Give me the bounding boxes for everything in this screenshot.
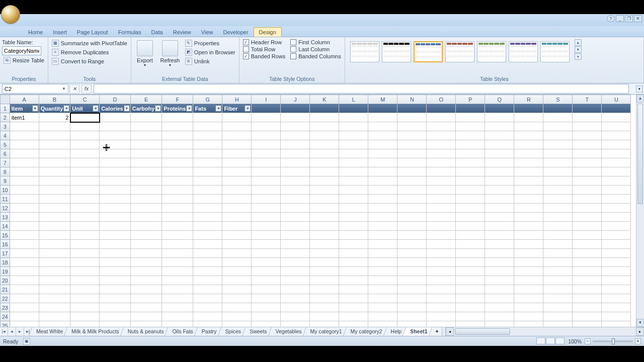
cell-T24[interactable] <box>573 312 602 321</box>
cell-M22[interactable] <box>368 294 397 303</box>
cell-S2[interactable] <box>543 113 573 122</box>
worksheet-grid[interactable]: ABCDEFGHIJKLMNOPQRSTU1Item▼Quantity▼Unit… <box>0 95 644 327</box>
cell-K5[interactable] <box>310 140 339 149</box>
cell-F24[interactable] <box>162 312 193 321</box>
cell-S22[interactable] <box>543 294 573 303</box>
cell-C10[interactable] <box>70 186 100 195</box>
cell-J9[interactable] <box>281 176 310 186</box>
table-style-0[interactable] <box>350 41 379 62</box>
cell-N14[interactable] <box>397 222 427 231</box>
cell-J15[interactable] <box>281 231 310 240</box>
cell-R14[interactable] <box>514 222 543 231</box>
cell-T13[interactable] <box>573 213 602 222</box>
cell-N19[interactable] <box>397 267 427 276</box>
cell-T25[interactable] <box>573 321 602 327</box>
cell-I25[interactable] <box>252 321 281 327</box>
cell-F20[interactable] <box>162 276 193 285</box>
cell-G16[interactable] <box>193 240 222 249</box>
cell-R8[interactable] <box>514 167 543 176</box>
cell-M13[interactable] <box>368 213 397 222</box>
cell-G3[interactable] <box>193 122 222 131</box>
cell-H3[interactable] <box>222 122 252 131</box>
cell-J2[interactable] <box>281 113 310 122</box>
cell-I18[interactable] <box>252 258 281 267</box>
cell-D9[interactable] <box>100 176 130 186</box>
col-header-F[interactable]: F <box>162 95 193 104</box>
col-header-R[interactable]: R <box>514 95 543 104</box>
cell-K21[interactable] <box>310 285 339 294</box>
resize-table-button[interactable]: ⧉Resize Table <box>2 56 46 64</box>
cell-A11[interactable] <box>10 195 39 204</box>
cell-K3[interactable] <box>310 122 339 131</box>
cell-L13[interactable] <box>339 213 368 222</box>
cell-O16[interactable] <box>427 240 456 249</box>
col-header-M[interactable]: M <box>368 95 397 104</box>
cell-Q11[interactable] <box>485 195 514 204</box>
first-col-checkbox[interactable]: First Column <box>289 39 342 45</box>
filter-dropdown-icon[interactable]: ▼ <box>32 105 38 112</box>
cell-T10[interactable] <box>573 186 602 195</box>
cell-R18[interactable] <box>514 258 543 267</box>
cell-P8[interactable] <box>456 167 485 176</box>
cell-U10[interactable] <box>602 186 631 195</box>
cell-U8[interactable] <box>602 167 631 176</box>
col-header-E[interactable]: E <box>130 95 162 104</box>
cell-N11[interactable] <box>397 195 427 204</box>
cell-U25[interactable] <box>602 321 631 327</box>
cell-Q16[interactable] <box>485 240 514 249</box>
col-header-U[interactable]: U <box>602 95 631 104</box>
cell-R24[interactable] <box>514 312 543 321</box>
cell-U20[interactable] <box>602 276 631 285</box>
cell-U11[interactable] <box>602 195 631 204</box>
cell-D21[interactable] <box>100 285 130 294</box>
cancel-fx-button[interactable]: ✕ <box>69 84 79 94</box>
cell-D6[interactable] <box>100 149 130 158</box>
cell-C22[interactable] <box>70 294 100 303</box>
cell-A16[interactable] <box>10 240 39 249</box>
cell-T11[interactable] <box>573 195 602 204</box>
cell-P22[interactable] <box>456 294 485 303</box>
cell-M10[interactable] <box>368 186 397 195</box>
cell-M5[interactable] <box>368 140 397 149</box>
cell-L2[interactable] <box>339 113 368 122</box>
cell-R22[interactable] <box>514 294 543 303</box>
cell-R12[interactable] <box>514 204 543 213</box>
cell-C2[interactable] <box>70 113 100 122</box>
cell-N8[interactable] <box>397 167 427 176</box>
cell-F8[interactable] <box>162 167 193 176</box>
cell-S14[interactable] <box>543 222 573 231</box>
cell-Q23[interactable] <box>485 303 514 312</box>
cell-E5[interactable] <box>130 140 162 149</box>
sheet-tab-my-category2[interactable]: My category2 <box>347 327 387 336</box>
cell-S13[interactable] <box>543 213 573 222</box>
view-layout-button[interactable] <box>546 337 555 344</box>
cell-J20[interactable] <box>281 276 310 285</box>
remove-duplicates-button[interactable]: ≡Remove Duplicates <box>50 48 129 56</box>
formula-expand-button[interactable]: ▾ <box>636 85 643 93</box>
cell-A8[interactable] <box>10 167 39 176</box>
cell-Q13[interactable] <box>485 213 514 222</box>
cell-B13[interactable] <box>39 213 70 222</box>
cell-T22[interactable] <box>573 294 602 303</box>
cell-T21[interactable] <box>573 285 602 294</box>
cell-B3[interactable] <box>39 122 70 131</box>
cell-A14[interactable] <box>10 222 39 231</box>
cell-F1[interactable]: Proteins▼ <box>162 104 193 113</box>
cell-O23[interactable] <box>427 303 456 312</box>
scroll-thumb[interactable] <box>637 104 643 204</box>
zoom-in-button[interactable]: + <box>635 338 641 344</box>
cell-E4[interactable] <box>130 131 162 140</box>
cell-F10[interactable] <box>162 186 193 195</box>
cell-F5[interactable] <box>162 140 193 149</box>
cell-O1[interactable] <box>427 104 456 113</box>
sheet-nav-prev[interactable]: ◂ <box>8 327 16 336</box>
cell-R25[interactable] <box>514 321 543 327</box>
cell-M23[interactable] <box>368 303 397 312</box>
cell-I2[interactable] <box>252 113 281 122</box>
table-style-2[interactable] <box>414 41 443 62</box>
cell-L1[interactable] <box>339 104 368 113</box>
cell-F18[interactable] <box>162 258 193 267</box>
cell-E13[interactable] <box>130 213 162 222</box>
cell-K15[interactable] <box>310 231 339 240</box>
cell-D19[interactable] <box>100 267 130 276</box>
